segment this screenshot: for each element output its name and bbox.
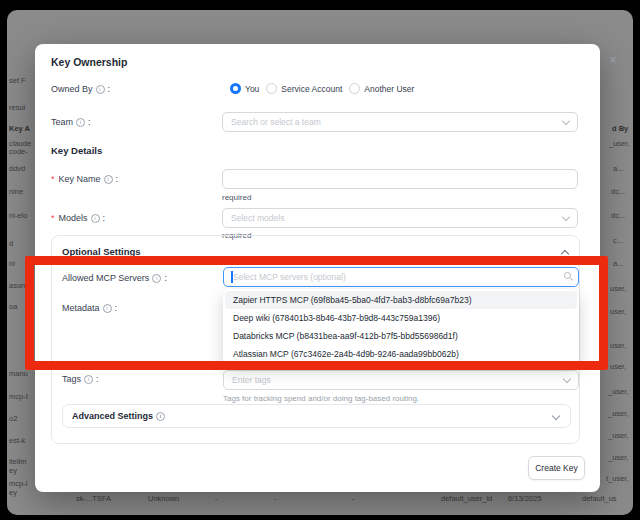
radio-option[interactable]: Another User <box>349 83 414 94</box>
allowed-mcp-label: Allowed MCP Serversi: <box>62 273 167 284</box>
background-table-text: d By <box>612 124 628 133</box>
background-table-text: user, <box>610 284 626 293</box>
required-mark: * <box>51 213 55 224</box>
radio-label: You <box>245 84 259 94</box>
chevron-down-icon <box>563 374 571 382</box>
background-table-text: mcp-t <box>9 392 28 401</box>
chevron-up-icon[interactable] <box>561 250 569 258</box>
key-name-input[interactable] <box>222 169 578 189</box>
owned-by-label: Owned Byi: <box>51 84 110 95</box>
create-key-button[interactable]: Create Key <box>528 456 585 480</box>
radio-label: Another User <box>364 84 414 94</box>
close-icon[interactable]: × <box>605 52 621 68</box>
background-table-text: user, <box>610 307 626 316</box>
key-name-required-hint: required <box>222 193 251 202</box>
background-table-text: t_user, <box>606 474 629 483</box>
mcp-server-option[interactable]: Databricks MCP (b8431bea-aa9f-412b-b7f5-… <box>225 327 577 345</box>
background-table-text: Unknown <box>148 494 179 503</box>
advanced-settings-heading: Advanced Settingsi <box>72 411 165 421</box>
background-table-text: ey <box>9 466 17 475</box>
required-mark: * <box>51 174 55 185</box>
key-name-label: *Key Namei: <box>51 174 118 185</box>
models-label: *Modelsi: <box>51 213 105 224</box>
background-table-text: 6/13/2025 <box>508 494 541 503</box>
background-table-text: itellm <box>9 457 27 466</box>
background-table-text: default_user_id <box>441 494 492 503</box>
background-table-text: a... <box>613 259 623 268</box>
background-table-text: default_us <box>582 494 617 503</box>
chevron-down-icon <box>562 212 570 220</box>
background-table-text: a... <box>613 164 623 173</box>
metadata-label: Metadatai: <box>62 303 117 314</box>
chevron-down-icon <box>552 412 560 420</box>
radio-icon[interactable] <box>230 83 241 94</box>
modal-title: Key Ownership <box>51 56 127 68</box>
tags-select[interactable]: Enter tags <box>223 370 579 390</box>
search-icon <box>564 272 574 282</box>
optional-settings-panel: Optional Settings Allowed MCP Serversi: … <box>51 235 580 444</box>
background-table-text: set F <box>9 76 26 85</box>
info-icon: i <box>96 85 105 94</box>
background-table-text: manu <box>9 369 28 378</box>
background-table-text: user, <box>610 341 626 350</box>
background-table-text: _user, <box>608 387 628 396</box>
mcp-server-dropdown: Zapier HTTPS MCP (69f8ba45-5ba0-4fd7-bab… <box>223 289 579 365</box>
tags-label: Tagsi: <box>62 374 99 385</box>
background-table-text: oa <box>9 302 17 311</box>
advanced-settings-panel[interactable]: Advanced Settingsi <box>62 404 571 428</box>
background-table-text: sk-...TSFA <box>76 494 111 503</box>
key-ownership-modal: Key Ownership × Owned Byi: You Service A… <box>35 44 600 492</box>
background-table-text: _user, <box>608 431 628 440</box>
background-table-text: Key A <box>9 124 30 133</box>
background-table-text: mcp-l <box>9 479 27 488</box>
background-table-text: ddvd <box>9 164 25 173</box>
info-icon: i <box>156 412 165 421</box>
background-table-text: ni-elo <box>9 211 27 220</box>
background-table-text: c... <box>613 236 623 245</box>
background-table-text: _user, <box>608 453 628 462</box>
optional-settings-heading[interactable]: Optional Settings <box>62 246 141 257</box>
background-table-text: user, <box>610 362 626 371</box>
background-table-text: - <box>352 494 355 503</box>
info-icon: i <box>76 118 85 127</box>
background-table-text: dc... <box>611 187 625 196</box>
team-label: Teami: <box>51 117 91 128</box>
background-table-text: ey <box>9 488 17 497</box>
radio-icon[interactable] <box>266 83 277 94</box>
background-table-text: nine <box>9 187 23 196</box>
tags-placeholder: Enter tags <box>232 375 564 385</box>
radio-option[interactable]: You <box>230 83 259 94</box>
background-table-text: est-k <box>9 436 25 445</box>
background-table-text: - <box>274 494 277 503</box>
background-table-text: code- <box>9 147 28 156</box>
mcp-server-option[interactable]: Zapier HTTPS MCP (69f8ba45-5ba0-4fd7-bab… <box>225 291 577 309</box>
tags-helper-text: Tags for tracking spend and/or doing tag… <box>223 394 419 403</box>
info-icon: i <box>84 375 93 384</box>
radio-icon[interactable] <box>349 83 360 94</box>
models-select[interactable]: Select models <box>222 208 578 228</box>
mcp-server-option[interactable]: Atlassian MCP (67c3462e-2a4b-4d9b-9246-a… <box>225 345 577 363</box>
background-table-text: - <box>215 494 218 503</box>
team-select[interactable]: Search or select a team <box>222 112 578 132</box>
background-table-text: d <box>9 239 13 248</box>
info-icon: i <box>91 214 100 223</box>
allowed-mcp-input[interactable] <box>223 267 579 287</box>
info-icon: i <box>104 175 113 184</box>
background-table-text: ason2 <box>9 281 29 290</box>
background-table-text: _user, <box>609 139 629 148</box>
team-placeholder: Search or select a team <box>231 117 563 127</box>
background-table-text: resul <box>9 103 25 112</box>
owned-by-radio-group: You Service Account Another User <box>230 83 414 94</box>
background-table-text: _user, <box>608 409 628 418</box>
radio-option[interactable]: Service Account <box>266 83 342 94</box>
models-placeholder: Select models <box>231 213 563 223</box>
background-table-text: dc... <box>611 211 625 220</box>
mcp-server-option[interactable]: Deep wiki (678401b3-8b46-43b7-b9d8-443c7… <box>225 309 577 327</box>
key-details-heading: Key Details <box>51 145 102 156</box>
text-cursor <box>231 271 233 283</box>
radio-label: Service Account <box>281 84 342 94</box>
chevron-down-icon <box>562 116 570 124</box>
background-table-text: o2 <box>9 414 17 423</box>
info-icon: i <box>103 304 112 313</box>
info-icon: i <box>152 274 161 283</box>
